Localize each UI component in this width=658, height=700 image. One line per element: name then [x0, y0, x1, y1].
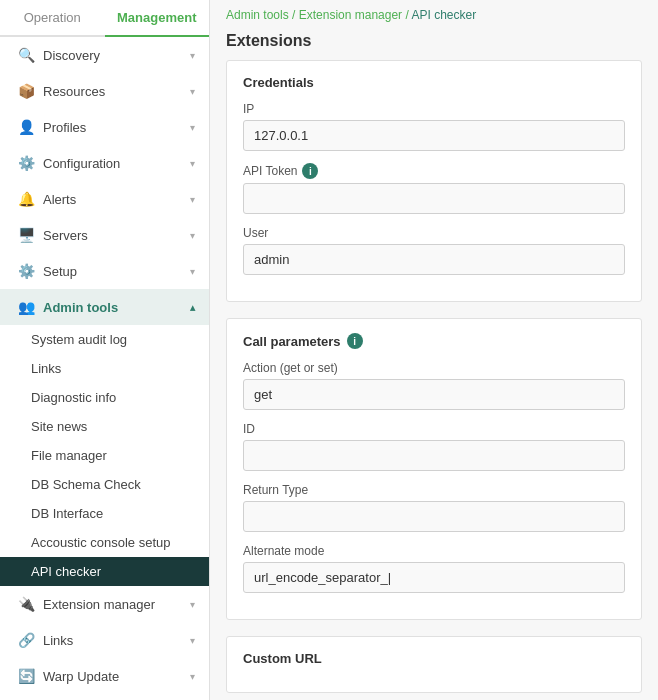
alternate-mode-input[interactable] — [243, 562, 625, 593]
nav-list: 🔍 Discovery ▾ 📦 Resources ▾ 👤 Profiles ▾… — [0, 37, 209, 700]
user-input[interactable] — [243, 244, 625, 275]
api-token-field-group: API Token i — [243, 163, 625, 214]
chevron-icon: ▾ — [190, 671, 195, 682]
custom-url-section: Custom URL — [226, 636, 642, 693]
profiles-icon: 👤 — [17, 118, 35, 136]
sidebar-item-label: Servers — [43, 228, 88, 243]
sidebar-item-db-interface[interactable]: DB Interface — [0, 499, 209, 528]
alternate-mode-field-group: Alternate mode — [243, 544, 625, 593]
sidebar-item-system-audit-log[interactable]: System audit log — [0, 325, 209, 354]
sidebar-item-label: Configuration — [43, 156, 120, 171]
sidebar-item-file-manager[interactable]: File manager — [0, 441, 209, 470]
breadcrumb-part3: API checker — [411, 8, 476, 22]
page-title: Extensions — [210, 30, 658, 60]
tab-operation[interactable]: Operation — [0, 0, 105, 37]
sidebar-item-setup[interactable]: ⚙️ Setup ▾ — [0, 253, 209, 289]
return-type-label: Return Type — [243, 483, 625, 497]
sidebar-item-links-bottom[interactable]: 🔗 Links ▾ — [0, 622, 209, 658]
chevron-icon: ▾ — [190, 599, 195, 610]
configuration-icon: ⚙️ — [17, 154, 35, 172]
sidebar-item-label: Alerts — [43, 192, 76, 207]
chevron-icon: ▾ — [190, 158, 195, 169]
call-parameters-info-icon[interactable]: i — [347, 333, 363, 349]
warp-update-icon: 🔄 — [17, 667, 35, 685]
chevron-icon: ▾ — [190, 635, 195, 646]
breadcrumb-part1: Admin tools — [226, 8, 289, 22]
chevron-icon: ▾ — [190, 194, 195, 205]
discovery-icon: 🔍 — [17, 46, 35, 64]
sidebar-item-site-news[interactable]: Site news — [0, 412, 209, 441]
breadcrumb-part2: Extension manager — [299, 8, 402, 22]
sidebar-item-profiles[interactable]: 👤 Profiles ▾ — [0, 109, 209, 145]
credentials-section: Credentials IP API Token i User — [226, 60, 642, 302]
chevron-icon: ▾ — [190, 266, 195, 277]
sidebar-item-diagnostic-info[interactable]: Diagnostic info — [0, 383, 209, 412]
servers-icon: 🖥️ — [17, 226, 35, 244]
sidebar-item-warp-update[interactable]: 🔄 Warp Update ▾ — [0, 658, 209, 694]
ip-field-group: IP — [243, 102, 625, 151]
sidebar-item-db-schema-check[interactable]: DB Schema Check — [0, 470, 209, 499]
sidebar-item-links[interactable]: Links — [0, 354, 209, 383]
links-icon: 🔗 — [17, 631, 35, 649]
setup-icon: ⚙️ — [17, 262, 35, 280]
call-parameters-title: Call parameters i — [243, 333, 625, 349]
api-token-info-icon[interactable]: i — [302, 163, 318, 179]
breadcrumb: Admin tools / Extension manager / API ch… — [210, 0, 658, 30]
id-field-group: ID — [243, 422, 625, 471]
resources-icon: 📦 — [17, 82, 35, 100]
sidebar-item-admin-tools[interactable]: 👥 Admin tools ▴ — [0, 289, 209, 325]
sidebar-item-configuration[interactable]: ⚙️ Configuration ▾ — [0, 145, 209, 181]
tab-bar: Operation Management — [0, 0, 209, 37]
sidebar-item-label: Links — [43, 633, 73, 648]
action-label: Action (get or set) — [243, 361, 625, 375]
admin-tools-icon: 👥 — [17, 298, 35, 316]
sidebar-item-label: Profiles — [43, 120, 86, 135]
sidebar-item-label: Discovery — [43, 48, 100, 63]
id-label: ID — [243, 422, 625, 436]
api-token-label: API Token i — [243, 163, 625, 179]
main-content: Admin tools / Extension manager / API ch… — [210, 0, 658, 700]
api-token-input[interactable] — [243, 183, 625, 214]
action-field-group: Action (get or set) — [243, 361, 625, 410]
sidebar-item-label: Admin tools — [43, 300, 118, 315]
custom-url-title: Custom URL — [243, 651, 625, 666]
sidebar: Operation Management 🔍 Discovery ▾ 📦 Res… — [0, 0, 210, 700]
user-field-group: User — [243, 226, 625, 275]
chevron-icon: ▾ — [190, 86, 195, 97]
return-type-field-group: Return Type — [243, 483, 625, 532]
sidebar-item-module-library[interactable]: 📚 Module library ▾ — [0, 694, 209, 700]
sidebar-item-discovery[interactable]: 🔍 Discovery ▾ — [0, 37, 209, 73]
extension-manager-icon: 🔌 — [17, 595, 35, 613]
sidebar-item-accoustic-console-setup[interactable]: Accoustic console setup — [0, 528, 209, 557]
sidebar-item-label: Resources — [43, 84, 105, 99]
id-input[interactable] — [243, 440, 625, 471]
tab-management[interactable]: Management — [105, 0, 210, 37]
chevron-icon: ▾ — [190, 122, 195, 133]
ip-label: IP — [243, 102, 625, 116]
chevron-up-icon: ▴ — [190, 302, 195, 313]
chevron-icon: ▾ — [190, 50, 195, 61]
sidebar-item-label: Extension manager — [43, 597, 155, 612]
sidebar-item-label: Setup — [43, 264, 77, 279]
call-parameters-section: Call parameters i Action (get or set) ID… — [226, 318, 642, 620]
sidebar-item-api-checker[interactable]: API checker — [0, 557, 209, 586]
sidebar-item-alerts[interactable]: 🔔 Alerts ▾ — [0, 181, 209, 217]
alerts-icon: 🔔 — [17, 190, 35, 208]
ip-input[interactable] — [243, 120, 625, 151]
chevron-icon: ▾ — [190, 230, 195, 241]
sidebar-item-resources[interactable]: 📦 Resources ▾ — [0, 73, 209, 109]
sidebar-item-label: Warp Update — [43, 669, 119, 684]
action-input[interactable] — [243, 379, 625, 410]
sidebar-item-servers[interactable]: 🖥️ Servers ▾ — [0, 217, 209, 253]
return-type-input[interactable] — [243, 501, 625, 532]
credentials-title: Credentials — [243, 75, 625, 90]
alternate-mode-label: Alternate mode — [243, 544, 625, 558]
user-label: User — [243, 226, 625, 240]
sidebar-item-extension-manager[interactable]: 🔌 Extension manager ▾ — [0, 586, 209, 622]
